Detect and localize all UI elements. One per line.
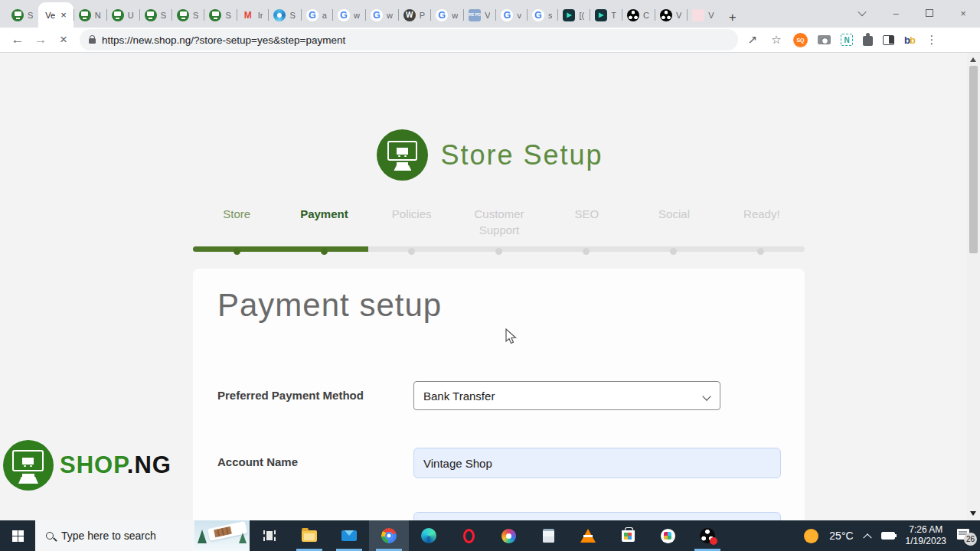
- tab-search-button[interactable]: [845, 0, 879, 26]
- back-button[interactable]: ←: [6, 29, 29, 51]
- taskbar-obs-button[interactable]: [688, 520, 727, 551]
- scrollbar-thumb[interactable]: [969, 66, 978, 253]
- step-store[interactable]: Store: [193, 206, 280, 238]
- bb-extension-icon[interactable]: bb: [904, 34, 915, 46]
- browser-tab[interactable]: N: [74, 2, 106, 28]
- minimize-button[interactable]: –: [879, 0, 913, 26]
- tab-label: w: [452, 11, 458, 20]
- taskbar-search-box[interactable]: Type here to search: [35, 520, 250, 551]
- progress-dot: [495, 248, 502, 255]
- browser-tab[interactable]: U: [106, 2, 139, 28]
- payment-setup-card: Payment setup Preferred Payment MethodBa…: [193, 269, 805, 520]
- taskbar-chrome-button[interactable]: [369, 520, 409, 551]
- clock-date: 1/19/2023: [906, 536, 946, 546]
- search-weather-art[interactable]: [194, 520, 250, 551]
- bookmark-star-icon[interactable]: ☆: [769, 33, 783, 47]
- ms-store-icon: [622, 530, 635, 542]
- extensions-puzzle-icon[interactable]: [863, 36, 873, 46]
- tab-close-icon[interactable]: ×: [60, 9, 67, 21]
- browser-tab[interactable]: ▶T: [590, 2, 622, 28]
- close-button[interactable]: ×: [946, 0, 980, 26]
- step-ready-[interactable]: Ready!: [718, 206, 805, 238]
- step-policies[interactable]: Policies: [368, 206, 456, 238]
- weather-sun-icon[interactable]: [804, 529, 818, 543]
- browser-tab[interactable]: RE POV: [463, 2, 495, 28]
- opera-icon: [463, 529, 475, 543]
- vlc-icon: [580, 529, 596, 543]
- browser-tab[interactable]: Gw: [430, 2, 463, 28]
- browser-tab[interactable]: S: [268, 2, 300, 28]
- taskbar-paint3d-button[interactable]: [488, 520, 528, 551]
- sidebar-toggle-icon[interactable]: [883, 35, 894, 45]
- battery-icon[interactable]: [881, 532, 895, 540]
- browser-tab[interactable]: S: [204, 2, 236, 28]
- browser-tab[interactable]: V: [655, 2, 687, 28]
- forward-button[interactable]: →: [29, 29, 52, 51]
- filmora-favicon: ▶: [563, 9, 575, 21]
- spiral-favicon: [273, 9, 286, 21]
- search-placeholder: Type here to search: [61, 530, 156, 542]
- progress-dot: [321, 248, 328, 255]
- address-bar[interactable]: https://new.shop.ng/?store-setup=yes&ste…: [80, 29, 738, 51]
- scrollbar-up-arrow[interactable]: [970, 57, 976, 62]
- file-explorer-icon: [302, 530, 317, 542]
- hidden-icons-chevron[interactable]: [863, 533, 871, 542]
- payment-method-select[interactable]: Bank Transfer: [413, 381, 720, 410]
- gmail-favicon: M: [242, 9, 254, 21]
- taskbar-opera-button[interactable]: [449, 520, 488, 551]
- browser-tab[interactable]: Gw: [332, 2, 365, 28]
- step-customer-support[interactable]: Customer Support: [456, 206, 543, 238]
- tab-label: a: [322, 11, 327, 20]
- system-tray: 25°C 7:26 AM 1/19/2023 26: [804, 520, 980, 551]
- restore-button[interactable]: [913, 0, 946, 26]
- browser-menu-icon[interactable]: ⋮: [925, 33, 939, 47]
- browser-tab[interactable]: C: [622, 2, 655, 28]
- active-tab[interactable]: Ve×: [38, 2, 73, 28]
- stop-button[interactable]: ×: [52, 29, 75, 51]
- step-payment[interactable]: Payment: [280, 206, 368, 238]
- lock-icon[interactable]: [89, 38, 96, 44]
- taskbar-ms-store-button[interactable]: [608, 520, 648, 551]
- page-scrollbar[interactable]: [967, 53, 980, 520]
- chrome-icon: [381, 528, 397, 543]
- action-center-button[interactable]: 26: [957, 529, 974, 543]
- taskbar-clock[interactable]: 7:26 AM 1/19/2023: [906, 524, 946, 547]
- taskbar-file-explorer-button[interactable]: [289, 520, 329, 551]
- browser-tab[interactable]: S: [6, 2, 38, 28]
- google-favicon: G: [532, 9, 544, 21]
- tab-label: v: [517, 11, 521, 20]
- taskbar-mail-button[interactable]: [329, 520, 369, 551]
- taskbar-task-view-button[interactable]: [250, 520, 289, 551]
- new-tab-button[interactable]: +: [723, 8, 743, 28]
- step-seo[interactable]: SEO: [543, 206, 630, 238]
- browser-tab[interactable]: Gs: [527, 2, 558, 28]
- screenshot-extension-icon[interactable]: [818, 35, 831, 44]
- browser-tab[interactable]: Gv: [495, 2, 527, 28]
- taskbar-slack-button[interactable]: [648, 520, 688, 551]
- browser-tab[interactable]: WP: [398, 2, 430, 28]
- scrollbar-down-arrow[interactable]: [970, 511, 976, 516]
- account-name-input[interactable]: Vintage Shop: [413, 448, 781, 478]
- n-extension-icon[interactable]: N: [841, 34, 853, 46]
- toolbar-extensions: ↗ ☆ SQ N bb ⋮: [746, 33, 939, 47]
- share-icon[interactable]: ↗: [746, 33, 760, 47]
- sq-extension-icon[interactable]: SQ: [793, 33, 808, 47]
- temperature-text[interactable]: 25°C: [829, 530, 853, 542]
- browser-tab[interactable]: S: [172, 2, 204, 28]
- taskbar-edge-button[interactable]: [409, 520, 449, 551]
- step-social[interactable]: Social: [630, 206, 717, 238]
- taskbar-notepad-button[interactable]: [528, 520, 568, 551]
- browser-tab[interactable]: S: [139, 2, 172, 28]
- browser-tab[interactable]: MIr: [237, 2, 269, 28]
- browser-tab[interactable]: ▶[(: [557, 2, 590, 28]
- tab-label: s: [548, 11, 553, 20]
- url-text[interactable]: https://new.shop.ng/?store-setup=yes&ste…: [102, 34, 345, 46]
- browser-tab[interactable]: V: [687, 2, 719, 28]
- browser-tab[interactable]: Ga: [301, 2, 332, 28]
- taskbar-vlc-button[interactable]: [568, 520, 608, 551]
- start-button[interactable]: [0, 520, 35, 551]
- browser-tab[interactable]: Gw: [365, 2, 398, 28]
- next-field-input[interactable]: [413, 512, 781, 520]
- progress-dot: [583, 248, 590, 255]
- shop-favicon: [112, 9, 124, 21]
